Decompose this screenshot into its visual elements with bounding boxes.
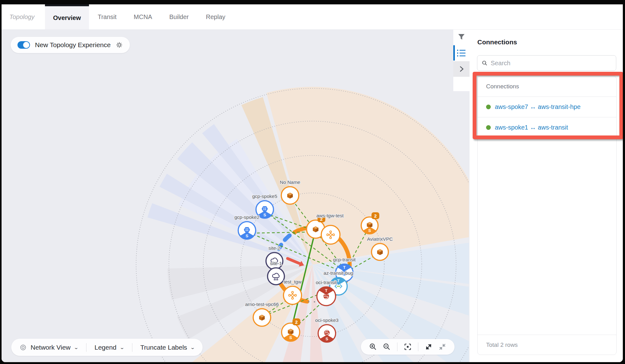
node-label: aws-tgw-test [317, 213, 344, 218]
search-icon [482, 60, 488, 66]
expand-button[interactable] [425, 343, 433, 351]
gear-icon[interactable] [116, 41, 123, 49]
graph-node-aviatrixvpc[interactable] [372, 243, 388, 260]
node-label: gcp-transit [333, 257, 356, 262]
network-view-label: Network View [31, 344, 71, 351]
tab-bar: Topology Overview Transit MCNA Builder R… [2, 4, 623, 30]
network-view-icon [19, 344, 27, 351]
chevron-down-icon: ⌄ [74, 345, 79, 350]
collapse-button[interactable] [438, 343, 446, 351]
zoom-out-button[interactable] [383, 343, 391, 351]
app-window: Topology Overview Transit MCNA Builder R… [2, 4, 623, 362]
side-toolbar [453, 30, 470, 91]
graph-node[interactable] [321, 225, 340, 244]
divider [418, 342, 418, 351]
network-view-menu[interactable]: Network View ⌄ [19, 344, 78, 351]
topology-canvas[interactable]: SS2S2TTTS2SNo Namegcp-spoke5gcp-spoke2aw… [2, 30, 470, 362]
tab-overview[interactable]: Overview [45, 4, 89, 29]
node-label: site-1 [270, 261, 282, 266]
new-topology-toggle[interactable] [17, 41, 30, 49]
connection-link[interactable]: aws-spoke1 ↔ aws-transit [495, 124, 568, 131]
zoom-controls-pill [361, 339, 455, 355]
tab-transit[interactable]: Transit [97, 4, 117, 29]
collapse-panel-button[interactable] [453, 61, 470, 77]
legend-label: Legend [95, 344, 116, 351]
table-empty-space [478, 138, 616, 335]
node-label: arno-test-vpc66 [245, 302, 279, 307]
connection-row[interactable]: aws-spoke1 ↔ aws-transit [478, 117, 616, 138]
table-header: Connections [478, 76, 616, 97]
graph-node-gcp-spoke2[interactable]: S [238, 222, 256, 239]
status-dot [486, 105, 491, 109]
node-label: gcp-spoke2 [234, 214, 259, 220]
status-dot [486, 125, 491, 130]
divider [397, 342, 397, 351]
graph-node-arno-test-vpc66[interactable] [253, 309, 271, 326]
svg-text:S: S [326, 337, 328, 341]
graph-node-test-tgw[interactable] [283, 286, 302, 304]
graph-node-site-1[interactable] [268, 268, 284, 285]
divider [132, 343, 132, 352]
graph-node-oci-spoke3[interactable]: S [318, 325, 336, 342]
svg-text:S: S [263, 213, 266, 217]
topology-graph: SS2S2TTTS2SNo Namegcp-spoke5gcp-spoke2aw… [2, 30, 469, 362]
list-icon [457, 49, 466, 57]
graph-node-no-name[interactable] [281, 187, 299, 204]
node-label: oci-transit [316, 280, 337, 285]
node-label: gcp-spoke5 [252, 194, 277, 199]
connection-link[interactable]: aws-spoke7 ↔ aws-transit-hpe [495, 103, 581, 111]
tab-mcna[interactable]: MCNA [133, 4, 153, 29]
node-label: az-transit-bug [324, 270, 353, 276]
filter-button[interactable] [453, 30, 470, 44]
view-menu-pill: Network View ⌄ Legend ⌄ Truncate Labels … [11, 339, 203, 356]
search-box [477, 55, 616, 71]
svg-text:S: S [368, 228, 371, 233]
connections-panel: Connections Connections aws-spoke7 ↔ aws… [470, 30, 623, 362]
node-label: No Name [280, 180, 300, 185]
tab-builder[interactable]: Builder [169, 4, 189, 29]
node-label: oci-spoke3 [315, 317, 339, 323]
filter-icon [457, 33, 465, 41]
chevron-down-icon: ⌄ [119, 345, 124, 350]
svg-text:T: T [337, 278, 340, 283]
truncate-labels-menu[interactable]: Truncate Labels ⌄ [140, 344, 195, 351]
legend-menu[interactable]: Legend ⌄ [95, 344, 124, 351]
hub-arc-dot [314, 301, 315, 303]
svg-text:2: 2 [374, 213, 376, 219]
tab-replay[interactable]: Replay [205, 4, 226, 29]
svg-text:S: S [289, 335, 292, 340]
table-footer: Total 2 rows [478, 335, 616, 355]
breadcrumb-topology: Topology [9, 4, 37, 29]
svg-text:T: T [343, 265, 346, 270]
zoom-in-button[interactable] [369, 343, 377, 351]
panel-title: Connections [477, 38, 517, 46]
node-label: test_tgw [283, 279, 302, 284]
chevron-down-icon: ⌄ [190, 345, 195, 350]
main-area: SS2S2TTTS2SNo Namegcp-spoke5gcp-spoke2aw… [2, 30, 623, 362]
connections-table: Connections aws-spoke7 ↔ aws-transit-hpe… [477, 76, 617, 355]
hub-arc-dot [308, 301, 309, 302]
search-input[interactable] [491, 60, 612, 67]
svg-text:T: T [325, 288, 327, 293]
svg-text:S: S [246, 234, 249, 238]
toggle-label: New Topology Experience [35, 41, 111, 49]
graph-node-oci-transit[interactable]: T [317, 287, 336, 306]
chevron-right-icon [458, 65, 465, 73]
new-topology-toggle-pill: New Topology Experience [11, 37, 130, 53]
node-label: AviatrixVPC [367, 236, 393, 242]
divider [86, 343, 86, 352]
toggle-knob [23, 42, 29, 48]
truncate-labels-label: Truncate Labels [140, 344, 187, 351]
connection-row[interactable]: aws-spoke7 ↔ aws-transit-hpe [478, 97, 616, 117]
node-label: site-2 [268, 245, 280, 251]
oci-icon [324, 330, 330, 336]
svg-text:2: 2 [295, 319, 298, 325]
focus-selection-button[interactable] [404, 343, 412, 351]
connections-list-button[interactable] [453, 44, 470, 61]
